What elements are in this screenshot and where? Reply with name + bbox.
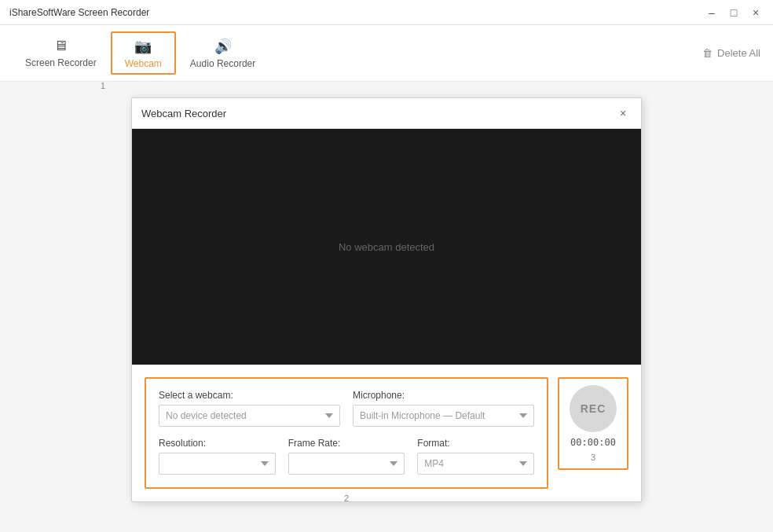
toolbar-right: 🗑 Delete All: [702, 25, 760, 81]
annotation-1: 1: [101, 81, 105, 90]
controls-bottom-row: Resolution: Frame Rate: Format: MP4: [159, 438, 534, 475]
app-body: 🖥 Screen Recorder 📷 Webcam 🔊 Audio Recor…: [0, 25, 773, 532]
dialog-title: Webcam Recorder: [141, 108, 226, 119]
resolution-select-group: Resolution:: [159, 438, 276, 475]
resolution-select[interactable]: [159, 453, 276, 475]
delete-all-label: Delete All: [717, 47, 760, 59]
annotation-3: 3: [591, 453, 595, 462]
delete-all-button[interactable]: 🗑 Delete All: [702, 47, 760, 59]
controls-row: Select a webcam: No device detected Micr…: [132, 365, 641, 501]
close-button[interactable]: ×: [748, 5, 764, 20]
title-bar: iShareSoftWare Screen Recorder – □ ×: [0, 0, 773, 25]
resolution-select-label: Resolution:: [159, 438, 276, 449]
tab-webcam[interactable]: 📷 Webcam: [111, 31, 176, 75]
format-select[interactable]: MP4: [417, 453, 534, 475]
rec-panel: REC 00:00:00 3: [558, 377, 628, 470]
format-select-label: Format:: [417, 438, 534, 449]
microphone-select-group: Microphone: Built-in Microphone — Defaul…: [353, 390, 534, 427]
content-area: Webcam Recorder × No webcam detected Sel…: [0, 82, 773, 532]
microphone-select[interactable]: Built-in Microphone — Default: [353, 405, 534, 427]
webcam-recorder-dialog: Webcam Recorder × No webcam detected Sel…: [131, 97, 642, 502]
tab-webcam-label: Webcam: [125, 58, 162, 69]
webcam-select-group: Select a webcam: No device detected: [159, 390, 340, 427]
framerate-select-label: Frame Rate:: [288, 438, 405, 449]
controls-top-row: Select a webcam: No device detected Micr…: [159, 390, 534, 427]
screen-recorder-icon: 🖥: [53, 38, 68, 54]
dialog-titlebar: Webcam Recorder ×: [132, 98, 641, 129]
video-preview: No webcam detected: [132, 129, 641, 365]
webcam-select[interactable]: No device detected: [159, 405, 340, 427]
framerate-select-group: Frame Rate:: [288, 438, 405, 475]
format-select-group: Format: MP4: [417, 438, 534, 475]
tab-screen-recorder[interactable]: 🖥 Screen Recorder: [13, 25, 109, 81]
minimize-button[interactable]: –: [704, 5, 720, 20]
audio-recorder-icon: 🔊: [214, 38, 232, 55]
rec-timer: 00:00:00: [570, 437, 616, 448]
dialog-close-button[interactable]: ×: [614, 105, 632, 122]
toolbar: 🖥 Screen Recorder 📷 Webcam 🔊 Audio Recor…: [0, 25, 773, 82]
webcam-icon: 📷: [134, 38, 152, 55]
trash-icon: 🗑: [702, 47, 713, 59]
title-bar-text: iShareSoftWare Screen Recorder: [9, 7, 704, 18]
annotation-2: 2: [344, 493, 349, 503]
maximize-button[interactable]: □: [726, 5, 742, 20]
controls-panel: Select a webcam: No device detected Micr…: [145, 377, 548, 489]
rec-button[interactable]: REC: [570, 385, 617, 432]
no-webcam-text: No webcam detected: [339, 241, 434, 253]
tab-audio-recorder-label: Audio Recorder: [190, 58, 255, 69]
microphone-select-label: Microphone:: [353, 390, 534, 401]
tab-screen-recorder-label: Screen Recorder: [25, 57, 97, 68]
title-bar-controls: – □ ×: [704, 5, 764, 20]
framerate-select[interactable]: [288, 453, 405, 475]
webcam-select-label: Select a webcam:: [159, 390, 340, 401]
tab-audio-recorder[interactable]: 🔊 Audio Recorder: [178, 25, 268, 81]
